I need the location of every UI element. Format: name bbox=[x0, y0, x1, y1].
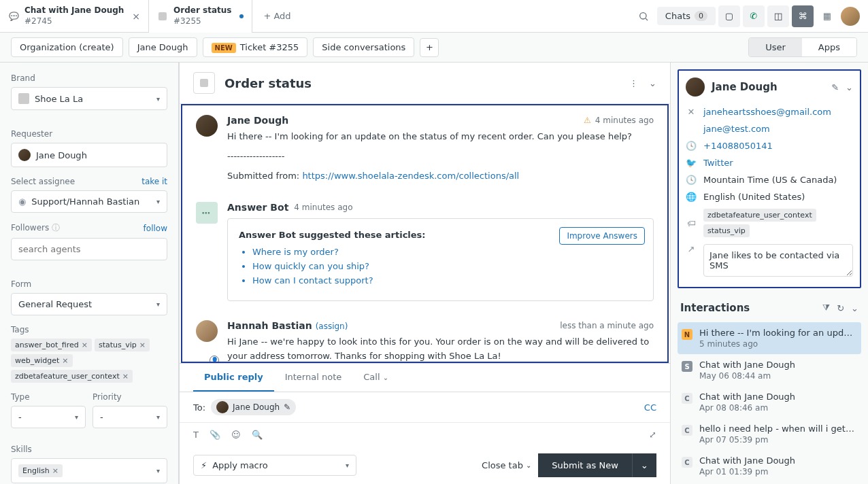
suggested-article-link[interactable]: How quickly can you ship? bbox=[252, 261, 642, 271]
brand-select[interactable]: Shoe La La ▾ bbox=[11, 87, 167, 110]
subtab-add-button[interactable]: + bbox=[420, 38, 439, 57]
interaction-text: Hi there -- I'm looking for an update on… bbox=[699, 328, 857, 338]
edit-icon[interactable]: ✎ bbox=[831, 82, 839, 92]
tag-remove-icon[interactable]: × bbox=[122, 372, 129, 381]
call-tab[interactable]: Call ⌄ bbox=[352, 364, 399, 392]
priority-select[interactable]: -▾ bbox=[93, 406, 167, 428]
interaction-meta: Apr 08 08:46 am bbox=[699, 403, 857, 413]
submitted-from-link[interactable]: https://www.shoelala-zendesk.com/collect… bbox=[302, 171, 519, 181]
close-icon[interactable]: × bbox=[132, 11, 140, 22]
edit-icon[interactable]: ✎ bbox=[284, 402, 290, 412]
subtab-side-conversations[interactable]: Side conversations bbox=[313, 37, 414, 57]
improve-answers-button[interactable]: Improve Answers bbox=[559, 227, 645, 245]
conversations-icon[interactable]: ▢ bbox=[718, 5, 740, 27]
followers-input[interactable] bbox=[11, 238, 167, 260]
internal-note-tab[interactable]: Internal note bbox=[274, 364, 353, 392]
user-notes-input[interactable]: Jane likes to be contacted via SMS bbox=[703, 244, 853, 277]
type-label: Type bbox=[11, 392, 86, 402]
cc-button[interactable]: CC bbox=[644, 402, 656, 413]
chats-count: 0 bbox=[695, 11, 707, 21]
tag-remove-icon[interactable]: × bbox=[139, 341, 146, 349]
editor-toolbar: T 📎 ☺ 🔍 ⤢ bbox=[180, 423, 670, 447]
ticket-type-icon[interactable] bbox=[193, 72, 215, 94]
assignee-select[interactable]: ◉ Support/Hannah Bastian ▾ bbox=[11, 190, 167, 213]
avatar bbox=[196, 115, 218, 137]
profile-avatar[interactable] bbox=[841, 7, 860, 26]
panels-icon[interactable]: ◫ bbox=[767, 5, 789, 27]
public-reply-tab[interactable]: Public reply bbox=[193, 364, 274, 392]
subtab-user[interactable]: Jane Dough bbox=[129, 37, 197, 57]
status-badge: C bbox=[682, 425, 692, 436]
conversation-thread: Jane Dough ⚠4 minutes ago Hi there -- I'… bbox=[181, 104, 669, 363]
close-tab-button[interactable]: Close tab ⌄ bbox=[482, 460, 531, 470]
chats-button[interactable]: Chats 0 bbox=[657, 7, 716, 25]
form-value: General Request bbox=[18, 299, 92, 309]
form-select[interactable]: General Request ▾ bbox=[11, 293, 167, 315]
timezone-value: Mountain Time (US & Canada) bbox=[703, 175, 837, 185]
follow-link[interactable]: follow bbox=[144, 224, 167, 233]
emoji-icon[interactable]: ☺ bbox=[231, 430, 241, 440]
apps-grid-icon[interactable]: ▦ bbox=[816, 5, 838, 27]
subtab-organization[interactable]: Organization (create) bbox=[11, 37, 123, 57]
apply-macro-select[interactable]: ⚡ Apply macro ▾ bbox=[193, 455, 356, 476]
interaction-item[interactable]: C Chat with Jane DoughApr 08 08:46 am bbox=[678, 386, 861, 418]
suggested-article-link[interactable]: How can I contact support? bbox=[252, 275, 642, 286]
right-panel: Jane Dough ✎ ⌄ ✕janeheartsshoes@gmail.co… bbox=[671, 63, 868, 484]
chevron-down-icon[interactable]: ⌄ bbox=[649, 78, 656, 88]
format-icon[interactable]: T bbox=[193, 430, 199, 440]
unsaved-dot-icon bbox=[239, 14, 244, 18]
interaction-meta: Apr 01 01:39 pm bbox=[699, 467, 857, 477]
expand-icon[interactable]: ⤢ bbox=[649, 430, 656, 440]
attachment-icon[interactable]: 📎 bbox=[210, 430, 220, 440]
interaction-meta: Apr 07 05:39 pm bbox=[699, 435, 857, 445]
message-author: Hannah Bastian (assign) bbox=[227, 320, 348, 331]
phone-icon[interactable]: ✆ bbox=[743, 5, 765, 27]
chevron-down-icon[interactable]: ⌄ bbox=[851, 303, 858, 313]
tab-subtitle: #2745 bbox=[24, 16, 124, 27]
tab-ticket-3255[interactable]: Order status #3255 bbox=[149, 0, 252, 33]
interaction-item[interactable]: S Chat with Jane DoughMay 06 08:44 am bbox=[678, 354, 861, 386]
assign-link[interactable]: (assign) bbox=[316, 322, 348, 331]
interaction-item[interactable]: N Hi there -- I'm looking for an update … bbox=[678, 322, 861, 354]
interaction-item[interactable]: C Chat with Jane DoughApr 01 01:39 pm bbox=[678, 450, 861, 482]
take-it-link[interactable]: take it bbox=[141, 177, 167, 186]
status-badge: S bbox=[682, 361, 692, 372]
status-badge: C bbox=[682, 457, 692, 468]
subtab-ticket[interactable]: NEWTicket #3255 bbox=[203, 37, 308, 57]
view-user-tab[interactable]: User bbox=[749, 38, 802, 56]
refresh-icon[interactable]: ↻ bbox=[837, 303, 844, 313]
tab-chat-2745[interactable]: 💬 Chat with Jane Dough #2745 × bbox=[0, 0, 149, 33]
type-select[interactable]: -▾ bbox=[11, 406, 86, 428]
suggested-article-link[interactable]: Where is my order? bbox=[252, 247, 642, 257]
tag-remove-icon[interactable]: × bbox=[62, 356, 68, 365]
tag[interactable]: zdbetafeature_user_context× bbox=[11, 370, 133, 383]
phone-link[interactable]: +14088050141 bbox=[703, 141, 773, 151]
search-icon[interactable] bbox=[633, 5, 654, 27]
submit-dropdown-button[interactable]: ⌄ bbox=[632, 453, 656, 477]
interaction-text: Chat with Jane Dough bbox=[699, 392, 857, 402]
filter-icon[interactable]: ⧩ bbox=[822, 302, 830, 313]
chat-panel-icon[interactable]: ⌘ bbox=[792, 5, 814, 27]
tag[interactable]: answer_bot_fired× bbox=[11, 339, 92, 351]
twitter-link[interactable]: Twitter bbox=[703, 158, 733, 168]
new-badge: NEW bbox=[212, 43, 236, 53]
search-icon[interactable]: 🔍 bbox=[252, 430, 263, 440]
submit-button[interactable]: Submit as New bbox=[538, 453, 631, 477]
recipient-chip[interactable]: Jane Dough ✎ bbox=[211, 399, 296, 415]
answer-bot-message: ⋯ Answer Bot 4 minutes ago Improve Answe… bbox=[182, 192, 667, 311]
email-link[interactable]: jane@test.com bbox=[703, 124, 770, 134]
chevron-down-icon[interactable]: ⌄ bbox=[846, 82, 853, 92]
requester-select[interactable]: Jane Dough bbox=[11, 143, 167, 167]
skills-select[interactable]: English× ▾ bbox=[11, 458, 167, 483]
interactions-title: Interactions bbox=[680, 302, 822, 314]
tag[interactable]: status_vip× bbox=[95, 339, 150, 351]
interaction-item[interactable]: C hello i need help - when will i get my… bbox=[678, 418, 861, 450]
email-link[interactable]: janeheartsshoes@gmail.com bbox=[703, 107, 831, 117]
clock-icon: 🕓 bbox=[686, 141, 697, 151]
add-tab-button[interactable]: + Add bbox=[252, 11, 301, 21]
tag[interactable]: web_widget× bbox=[11, 354, 73, 367]
tag-remove-icon[interactable]: × bbox=[82, 341, 88, 349]
chevron-down-icon: ▾ bbox=[156, 95, 160, 103]
view-apps-tab[interactable]: Apps bbox=[802, 38, 856, 56]
more-icon[interactable]: ⋮ bbox=[629, 78, 638, 88]
